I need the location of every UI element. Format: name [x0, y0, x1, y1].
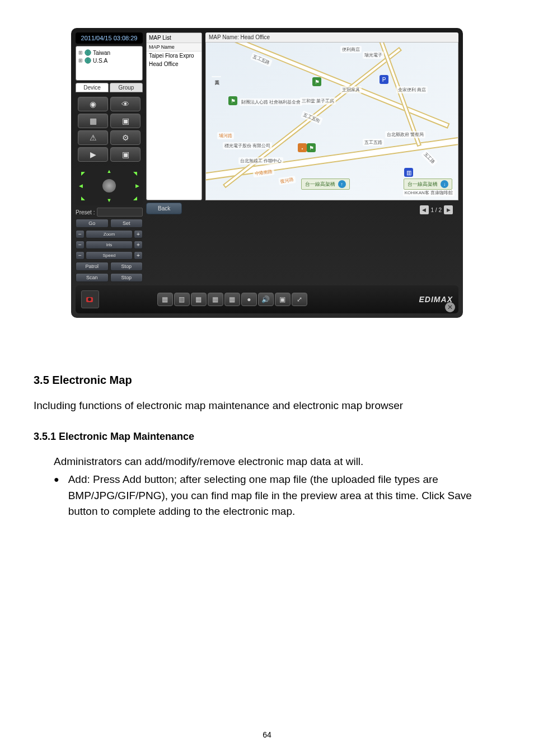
pager-next-icon[interactable]: ▶: [444, 205, 453, 214]
gear-icon[interactable]: ⚙: [110, 130, 140, 145]
layout-icon[interactable]: ▦: [78, 114, 108, 128]
arrow-right-icon[interactable]: ▶: [135, 183, 139, 189]
scan-button[interactable]: Scan: [76, 273, 109, 282]
arrow-downleft-icon[interactable]: ◣: [81, 195, 85, 201]
main-panel: MAP List MAP Name Taipei Flora Expro Hea…: [146, 32, 458, 282]
bullet-text: Add: Press Add button; after selecting o…: [68, 472, 500, 520]
tree-item-taiwan[interactable]: ⊞ Taiwan: [78, 49, 140, 57]
speed-plus[interactable]: +: [134, 251, 143, 260]
hwy-arrow-icon: ↓: [441, 180, 448, 188]
map-title-value: Head Office: [241, 34, 270, 40]
record-icon[interactable]: ●: [241, 293, 257, 306]
map-pin-icon[interactable]: ⚑: [312, 77, 321, 86]
snapshot-icon[interactable]: ▣: [275, 293, 291, 306]
screen-icon[interactable]: ▣: [110, 114, 140, 128]
set-button[interactable]: Set: [110, 219, 143, 228]
globe-icon: [85, 57, 91, 64]
arrow-upleft-icon[interactable]: ◤: [81, 171, 85, 176]
preset-select[interactable]: [97, 208, 143, 217]
map-list: MAP List MAP Name Taipei Flora Expro Hea…: [146, 32, 202, 200]
layout3-icon[interactable]: ▦: [191, 293, 207, 306]
maplist-item[interactable]: Head Office: [147, 60, 202, 68]
arrow-upright-icon[interactable]: ◥: [133, 171, 137, 176]
stop-icon[interactable]: ▣: [110, 147, 140, 162]
camera-icon: [85, 294, 96, 305]
arrow-down-icon[interactable]: ▼: [107, 198, 112, 203]
patrol-stop-button[interactable]: Stop: [110, 262, 143, 271]
layout5-icon[interactable]: ▦: [224, 293, 240, 306]
globe-icon: [85, 49, 91, 56]
tab-group[interactable]: Group: [110, 83, 143, 92]
map-label: 台北縣政府 警察局: [385, 131, 425, 138]
sound-icon[interactable]: 🔊: [258, 293, 274, 306]
speed-minus[interactable]: −: [76, 251, 85, 260]
tab-device[interactable]: Device: [76, 83, 109, 92]
iris-minus[interactable]: −: [76, 241, 85, 249]
map-label: 全家便利 商店: [396, 86, 428, 93]
map-label: 五工五路: [363, 139, 384, 146]
speed-label: Speed: [86, 251, 133, 260]
play-icon[interactable]: ▶: [78, 147, 108, 162]
arrow-left-icon[interactable]: ◀: [79, 183, 83, 189]
device-tree[interactable]: ⊞ Taiwan ⊞ U.S.A: [76, 46, 143, 81]
map-title-bar: MAP Name: Head Office: [205, 32, 458, 42]
layout1-icon[interactable]: ▦: [157, 293, 173, 306]
go-button[interactable]: Go: [76, 219, 109, 228]
iris-label: Iris: [86, 241, 133, 249]
bottom-toolbar: ▦ ▥ ▦ ▦ ▦ ● 🔊 ▣ ⤢ EDIMAX ✕: [76, 285, 458, 313]
arrow-up-icon[interactable]: ▲: [107, 168, 112, 174]
zoom-label: Zoom: [86, 230, 133, 238]
fullscreen-icon[interactable]: ⤢: [292, 293, 307, 306]
maplist-column-header: MAP Name: [147, 43, 202, 51]
control-grid: ◉ 👁 ▦ ▣ ⚠ ⚙ ▶ ▣: [76, 95, 143, 164]
zoom-minus[interactable]: −: [76, 230, 85, 238]
map-pin-icon[interactable]: ⚑: [228, 96, 237, 105]
toolbar-buttons: ▦ ▥ ▦ ▦ ▦ ● 🔊 ▣ ⤢: [157, 293, 307, 306]
map-label: 王冠家具: [340, 86, 362, 93]
map-label: 五工路: [421, 149, 438, 166]
map-pin-icon[interactable]: ⚑: [307, 143, 316, 152]
preset-row: Preset :: [76, 208, 143, 217]
camera-thumbnail[interactable]: [81, 290, 99, 308]
layout2-icon[interactable]: ▥: [174, 293, 190, 306]
maplist-item[interactable]: Taipei Flora Expro: [147, 51, 202, 60]
maplist-title: MAP List: [147, 33, 202, 43]
eye-icon[interactable]: 👁: [110, 97, 140, 111]
section-heading: 3.5 Electronic Map: [34, 374, 500, 387]
map-label: 財團法人心路 社會福利基金會: [240, 98, 302, 106]
map-pin-icon[interactable]: ▥: [404, 168, 413, 177]
bullet-item: ● Add: Press Add button; after selecting…: [54, 472, 500, 520]
arrow-downright-icon[interactable]: ◢: [133, 195, 137, 201]
pager-prev-icon[interactable]: ◀: [420, 205, 429, 214]
map-pin-icon[interactable]: P: [380, 75, 388, 84]
record-icon[interactable]: ◉: [78, 97, 108, 111]
tree-item-usa[interactable]: ⊞ U.S.A: [78, 57, 140, 64]
back-button[interactable]: Back: [146, 203, 182, 214]
zoom-plus[interactable]: +: [134, 230, 143, 238]
hwy-label: 台一線高架橋: [305, 181, 335, 187]
map-label: 穩光電子股份 有限公司: [223, 142, 272, 149]
pager: ◀ 1 / 2 ▶: [420, 205, 453, 214]
tree-label: U.S.A: [93, 58, 107, 64]
ptz-dpad[interactable]: ▲ ▼ ◀ ▶ ◤ ◥ ◣ ◢: [76, 166, 143, 205]
map-label: 復河路: [278, 176, 296, 185]
plus-icon[interactable]: ⊞: [78, 58, 83, 63]
scan-stop-button[interactable]: Stop: [110, 273, 143, 282]
layout4-icon[interactable]: ▦: [208, 293, 223, 306]
plus-icon[interactable]: ⊞: [78, 50, 83, 55]
close-icon[interactable]: ✕: [445, 302, 455, 312]
map-canvas[interactable]: 便利商店 瑞光電子 五工五路 五工六路 財團法人心路 社會福利基金會 五工五街 …: [205, 42, 458, 200]
dpad-center[interactable]: [102, 179, 116, 192]
map-label: 便利商店: [340, 46, 362, 53]
patrol-button[interactable]: Patrol: [76, 262, 109, 271]
svg-point-3: [88, 298, 91, 301]
highway-chip: 台一線高架橋 ↑: [301, 179, 350, 190]
iris-plus[interactable]: +: [134, 241, 143, 249]
preset-label: Preset :: [76, 209, 95, 215]
alert-icon[interactable]: ⚠: [78, 130, 108, 145]
bullet-icon: ●: [54, 472, 59, 520]
section-body: Including functions of electronic map ma…: [34, 398, 500, 414]
tree-label: Taiwan: [93, 50, 110, 56]
map-pin-icon[interactable]: ⬩: [298, 143, 307, 152]
pager-text: 1 / 2: [431, 207, 442, 213]
